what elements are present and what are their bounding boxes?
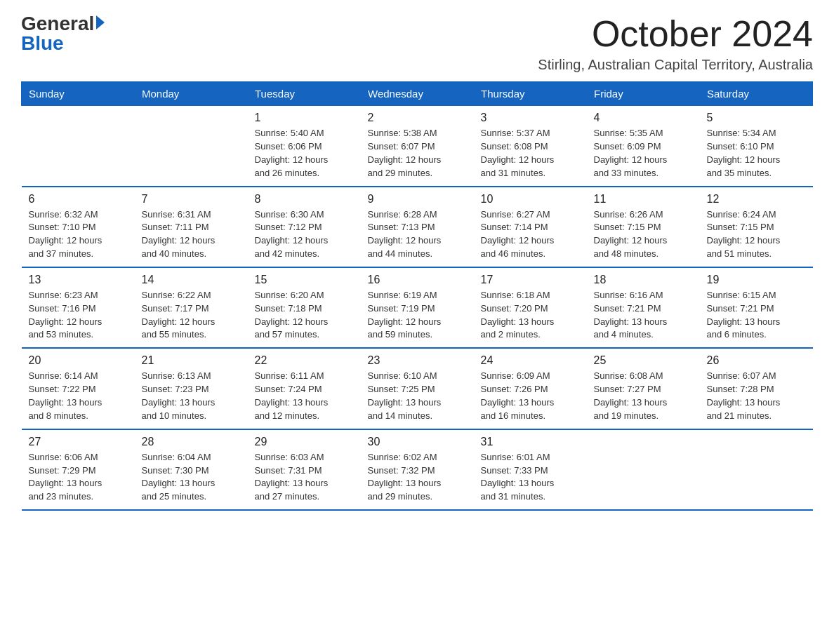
day-info: Sunrise: 6:24 AMSunset: 7:15 PMDaylight:… xyxy=(707,208,806,261)
calendar-cell: 24Sunrise: 6:09 AMSunset: 7:26 PMDayligh… xyxy=(474,348,587,429)
weekday-header-tuesday: Tuesday xyxy=(248,82,361,106)
calendar-cell xyxy=(135,106,248,187)
day-info: Sunrise: 6:20 AMSunset: 7:18 PMDaylight:… xyxy=(255,289,354,342)
calendar-header: SundayMondayTuesdayWednesdayThursdayFrid… xyxy=(22,82,813,106)
day-number: 30 xyxy=(368,436,467,448)
day-info: Sunrise: 6:07 AMSunset: 7:28 PMDaylight:… xyxy=(707,370,806,422)
day-number: 9 xyxy=(368,193,467,206)
title-block: October 2024 Stirling, Australian Capita… xyxy=(538,14,813,73)
day-info: Sunrise: 6:30 AMSunset: 7:12 PMDaylight:… xyxy=(255,208,354,261)
calendar-cell: 3Sunrise: 5:37 AMSunset: 6:08 PMDaylight… xyxy=(474,106,587,187)
calendar-cell: 28Sunrise: 6:04 AMSunset: 7:30 PMDayligh… xyxy=(135,429,248,510)
day-info: Sunrise: 6:10 AMSunset: 7:25 PMDaylight:… xyxy=(368,370,467,422)
page-header: General Blue October 2024 Stirling, Aust… xyxy=(21,14,813,73)
day-info: Sunrise: 6:28 AMSunset: 7:13 PMDaylight:… xyxy=(368,208,467,261)
day-info: Sunrise: 6:23 AMSunset: 7:16 PMDaylight:… xyxy=(29,289,128,342)
calendar-cell: 12Sunrise: 6:24 AMSunset: 7:15 PMDayligh… xyxy=(700,187,813,267)
logo-blue: Blue xyxy=(21,34,64,53)
day-number: 16 xyxy=(368,274,467,286)
day-number: 14 xyxy=(142,274,241,286)
calendar-body: 1Sunrise: 5:40 AMSunset: 6:06 PMDaylight… xyxy=(22,106,813,510)
calendar-cell: 14Sunrise: 6:22 AMSunset: 7:17 PMDayligh… xyxy=(135,267,248,348)
day-number: 24 xyxy=(481,354,580,367)
day-number: 23 xyxy=(368,354,467,367)
weekday-header-saturday: Saturday xyxy=(700,82,813,106)
calendar-cell xyxy=(700,429,813,510)
day-number: 19 xyxy=(707,274,806,286)
day-number: 25 xyxy=(594,354,693,367)
calendar-cell: 10Sunrise: 6:27 AMSunset: 7:14 PMDayligh… xyxy=(474,187,587,267)
day-number: 12 xyxy=(707,193,806,206)
calendar-cell: 20Sunrise: 6:14 AMSunset: 7:22 PMDayligh… xyxy=(22,348,135,429)
calendar-week-2: 6Sunrise: 6:32 AMSunset: 7:10 PMDaylight… xyxy=(22,187,813,267)
calendar-cell: 23Sunrise: 6:10 AMSunset: 7:25 PMDayligh… xyxy=(361,348,474,429)
calendar-cell: 4Sunrise: 5:35 AMSunset: 6:09 PMDaylight… xyxy=(587,106,700,187)
calendar-cell: 15Sunrise: 6:20 AMSunset: 7:18 PMDayligh… xyxy=(248,267,361,348)
day-info: Sunrise: 5:35 AMSunset: 6:09 PMDaylight:… xyxy=(594,127,693,180)
calendar-cell: 6Sunrise: 6:32 AMSunset: 7:10 PMDaylight… xyxy=(22,187,135,267)
calendar-cell: 31Sunrise: 6:01 AMSunset: 7:33 PMDayligh… xyxy=(474,429,587,510)
day-number: 5 xyxy=(707,112,806,124)
day-info: Sunrise: 6:14 AMSunset: 7:22 PMDaylight:… xyxy=(29,370,128,422)
day-number: 21 xyxy=(142,354,241,367)
calendar-week-5: 27Sunrise: 6:06 AMSunset: 7:29 PMDayligh… xyxy=(22,429,813,510)
day-info: Sunrise: 5:34 AMSunset: 6:10 PMDaylight:… xyxy=(707,127,806,180)
calendar-cell: 26Sunrise: 6:07 AMSunset: 7:28 PMDayligh… xyxy=(700,348,813,429)
calendar-cell xyxy=(22,106,135,187)
weekday-header-wednesday: Wednesday xyxy=(361,82,474,106)
day-number: 11 xyxy=(594,193,693,206)
day-number: 7 xyxy=(142,193,241,206)
calendar-cell: 29Sunrise: 6:03 AMSunset: 7:31 PMDayligh… xyxy=(248,429,361,510)
day-info: Sunrise: 6:08 AMSunset: 7:27 PMDaylight:… xyxy=(594,370,693,422)
calendar-cell: 30Sunrise: 6:02 AMSunset: 7:32 PMDayligh… xyxy=(361,429,474,510)
weekday-header-row: SundayMondayTuesdayWednesdayThursdayFrid… xyxy=(22,82,813,106)
calendar-cell: 17Sunrise: 6:18 AMSunset: 7:20 PMDayligh… xyxy=(474,267,587,348)
day-info: Sunrise: 6:09 AMSunset: 7:26 PMDaylight:… xyxy=(481,370,580,422)
day-number: 18 xyxy=(594,274,693,286)
day-number: 27 xyxy=(29,436,128,448)
day-info: Sunrise: 6:16 AMSunset: 7:21 PMDaylight:… xyxy=(594,289,693,342)
day-info: Sunrise: 6:18 AMSunset: 7:20 PMDaylight:… xyxy=(481,289,580,342)
weekday-header-thursday: Thursday xyxy=(474,82,587,106)
day-info: Sunrise: 6:31 AMSunset: 7:11 PMDaylight:… xyxy=(142,208,241,261)
calendar-cell: 16Sunrise: 6:19 AMSunset: 7:19 PMDayligh… xyxy=(361,267,474,348)
day-info: Sunrise: 5:38 AMSunset: 6:07 PMDaylight:… xyxy=(368,127,467,180)
day-info: Sunrise: 5:40 AMSunset: 6:06 PMDaylight:… xyxy=(255,127,354,180)
day-number: 26 xyxy=(707,354,806,367)
day-info: Sunrise: 6:02 AMSunset: 7:32 PMDaylight:… xyxy=(368,451,467,504)
day-info: Sunrise: 6:26 AMSunset: 7:15 PMDaylight:… xyxy=(594,208,693,261)
calendar-cell: 8Sunrise: 6:30 AMSunset: 7:12 PMDaylight… xyxy=(248,187,361,267)
day-number: 4 xyxy=(594,112,693,124)
calendar-week-1: 1Sunrise: 5:40 AMSunset: 6:06 PMDaylight… xyxy=(22,106,813,187)
calendar-table: SundayMondayTuesdayWednesdayThursdayFrid… xyxy=(21,81,813,511)
day-info: Sunrise: 6:06 AMSunset: 7:29 PMDaylight:… xyxy=(29,451,128,504)
day-number: 22 xyxy=(255,354,354,367)
calendar-cell: 22Sunrise: 6:11 AMSunset: 7:24 PMDayligh… xyxy=(248,348,361,429)
calendar-cell xyxy=(587,429,700,510)
day-number: 20 xyxy=(29,354,128,367)
calendar-cell: 27Sunrise: 6:06 AMSunset: 7:29 PMDayligh… xyxy=(22,429,135,510)
weekday-header-friday: Friday xyxy=(587,82,700,106)
calendar-week-3: 13Sunrise: 6:23 AMSunset: 7:16 PMDayligh… xyxy=(22,267,813,348)
location-subtitle: Stirling, Australian Capital Territory, … xyxy=(538,57,813,73)
day-number: 31 xyxy=(481,436,580,448)
calendar-cell: 25Sunrise: 6:08 AMSunset: 7:27 PMDayligh… xyxy=(587,348,700,429)
calendar-cell: 1Sunrise: 5:40 AMSunset: 6:06 PMDaylight… xyxy=(248,106,361,187)
calendar-cell: 11Sunrise: 6:26 AMSunset: 7:15 PMDayligh… xyxy=(587,187,700,267)
calendar-cell: 13Sunrise: 6:23 AMSunset: 7:16 PMDayligh… xyxy=(22,267,135,348)
day-number: 17 xyxy=(481,274,580,286)
calendar-cell: 18Sunrise: 6:16 AMSunset: 7:21 PMDayligh… xyxy=(587,267,700,348)
calendar-cell: 21Sunrise: 6:13 AMSunset: 7:23 PMDayligh… xyxy=(135,348,248,429)
day-info: Sunrise: 6:11 AMSunset: 7:24 PMDaylight:… xyxy=(255,370,354,422)
day-info: Sunrise: 6:22 AMSunset: 7:17 PMDaylight:… xyxy=(142,289,241,342)
day-info: Sunrise: 6:01 AMSunset: 7:33 PMDaylight:… xyxy=(481,451,580,504)
day-number: 1 xyxy=(255,112,354,124)
day-info: Sunrise: 6:27 AMSunset: 7:14 PMDaylight:… xyxy=(481,208,580,261)
logo-arrow-icon xyxy=(96,15,105,29)
month-title: October 2024 xyxy=(538,14,813,54)
day-number: 8 xyxy=(255,193,354,206)
weekday-header-sunday: Sunday xyxy=(22,82,135,106)
day-number: 2 xyxy=(368,112,467,124)
calendar-cell: 9Sunrise: 6:28 AMSunset: 7:13 PMDaylight… xyxy=(361,187,474,267)
calendar-cell: 7Sunrise: 6:31 AMSunset: 7:11 PMDaylight… xyxy=(135,187,248,267)
